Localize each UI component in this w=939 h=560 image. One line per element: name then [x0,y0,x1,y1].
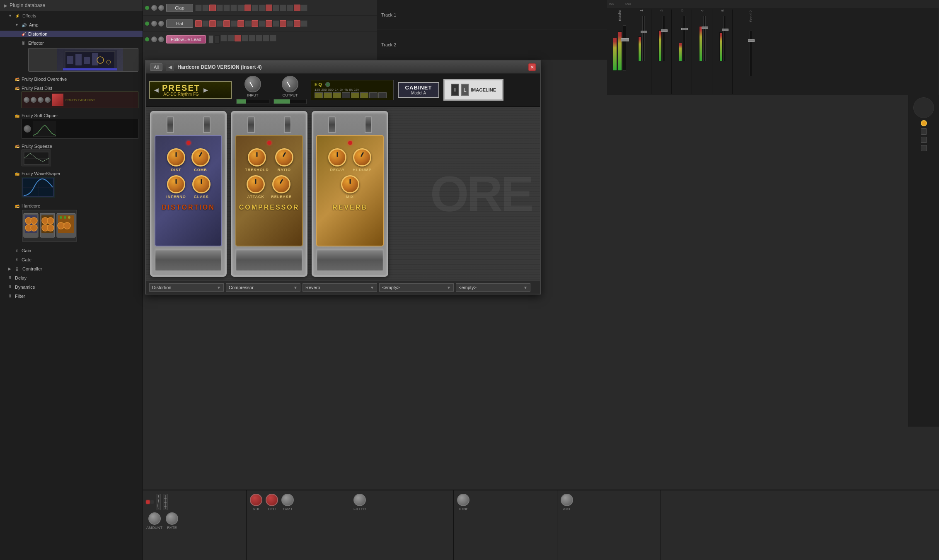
ch5-fader[interactable] [724,16,726,61]
sidebar-item-distortion[interactable]: 🎸 Distortion [0,29,143,39]
step[interactable] [202,5,209,11]
step[interactable] [227,35,234,41]
step[interactable] [235,35,241,41]
ch2-fader[interactable] [663,16,665,61]
reverb-led[interactable] [348,141,352,145]
clap-led[interactable] [145,6,149,10]
lead-knob2[interactable] [158,36,164,42]
compressor-led[interactable] [267,141,271,145]
inferno-knob[interactable] [167,175,185,193]
sidebar-item-hardcore[interactable]: 📻 Hardcore [0,201,143,246]
right-knob-1[interactable] [913,97,934,118]
ch4-fader[interactable] [703,16,706,61]
hat-button[interactable]: Hat [166,19,193,28]
step[interactable] [294,20,300,27]
master-fader-handle[interactable] [621,38,629,41]
eq-bar-6[interactable] [360,92,368,98]
threshold-knob[interactable] [248,148,266,167]
sidebar-item-filter[interactable]: 🎚 Filter [0,292,143,301]
eq-bar-7[interactable] [369,92,378,98]
step[interactable] [301,20,307,27]
step[interactable] [266,20,272,27]
sidebar-item-fast-dist[interactable]: 📻 Fruity Fast Dist FRUITY FAST DIST [0,84,143,111]
dropdown-empty-2[interactable]: <empty> ▼ [456,283,530,292]
dropdown-compressor[interactable]: Compressor ▼ [226,283,300,292]
atk-knob[interactable] [250,494,262,506]
step[interactable] [252,20,258,27]
amt-knob[interactable] [561,494,573,506]
ch4-handle[interactable] [702,27,708,29]
sidebar-item-controller[interactable]: ▶ 🎛 Controller [0,264,143,273]
sidebar-item-amp[interactable]: ▼ 🔊 Amp [0,20,143,29]
ch1-handle[interactable] [641,31,647,33]
tone-knob[interactable] [457,494,470,506]
step[interactable] [209,20,216,27]
step[interactable] [301,5,307,11]
step[interactable] [244,5,251,11]
distortion-footswitch[interactable] [155,249,222,271]
step[interactable] [195,5,202,11]
step[interactable] [259,20,265,27]
eq-on-indicator[interactable] [325,82,330,87]
step[interactable] [263,35,269,41]
sidebar-item-soft-clipper[interactable]: 📻 Fruity Soft Clipper [0,111,143,142]
lead-button[interactable]: Follow...e Lead [166,35,206,43]
release-knob[interactable] [272,175,290,193]
clap-knob1[interactable] [151,5,157,11]
step[interactable] [249,35,255,41]
mix-knob[interactable] [341,175,359,193]
step[interactable] [287,20,293,27]
step[interactable] [259,5,265,11]
dropdown-distortion[interactable]: Distortion ▼ [149,283,224,292]
hat-knob1[interactable] [151,21,157,27]
sidebar-item-effector[interactable]: 🎛 Effector [0,39,143,75]
output-knob[interactable] [282,76,298,92]
amount-knob[interactable] [148,512,161,525]
step[interactable] [270,35,276,41]
right-btn-3[interactable] [921,145,927,151]
distortion-led[interactable] [186,141,191,145]
sidebar-item-effects[interactable]: ▼ ⚡ Effects [0,11,143,20]
hat-led[interactable] [145,22,149,26]
step[interactable] [287,5,293,11]
step[interactable] [280,5,286,11]
step[interactable] [230,5,237,11]
step[interactable] [237,20,244,27]
sidebar-item-squeeze[interactable]: 📻 Fruity Squeeze [0,142,143,169]
step[interactable] [220,35,227,41]
hat-knob2[interactable] [158,21,164,27]
ch3-handle[interactable] [681,28,688,30]
step[interactable] [195,20,202,27]
master-fader-track[interactable] [623,25,626,71]
step[interactable] [256,35,262,41]
eq-bar-5[interactable] [351,92,359,98]
eq-bar-4[interactable] [342,92,350,98]
rate-knob[interactable] [166,512,178,525]
sidebar-item-gate[interactable]: 🎚 Gate [0,255,143,264]
step[interactable] [242,35,248,41]
step[interactable] [252,5,258,11]
step[interactable] [216,20,223,27]
step[interactable] [294,5,300,11]
sidebar-item-waveshaper[interactable]: 📻 Fruity WaveShaper [0,169,143,201]
step[interactable] [230,20,237,27]
glass-knob[interactable] [192,175,211,193]
eq-bar-3[interactable] [333,92,341,98]
step[interactable] [273,20,279,27]
preset-prev-button[interactable]: ◀ [154,87,159,93]
window-nav-left[interactable]: ◀ [166,63,174,71]
ch3-fader[interactable] [683,16,685,61]
step[interactable] [273,5,279,11]
compressor-footswitch[interactable] [235,249,303,271]
sidebar-item-delay[interactable]: 🎚 Delay [0,273,143,282]
eq-bar-2[interactable] [324,92,332,98]
preset-next-button[interactable]: ▶ [203,87,208,93]
send-fader[interactable] [750,31,752,76]
ch1-fader[interactable] [642,16,645,61]
step[interactable] [244,20,251,27]
decay-knob[interactable] [328,148,346,167]
step[interactable] [209,5,216,11]
reverb-footswitch[interactable] [316,249,384,271]
dist-knob[interactable] [167,148,185,167]
clap-knob2[interactable] [158,5,164,11]
